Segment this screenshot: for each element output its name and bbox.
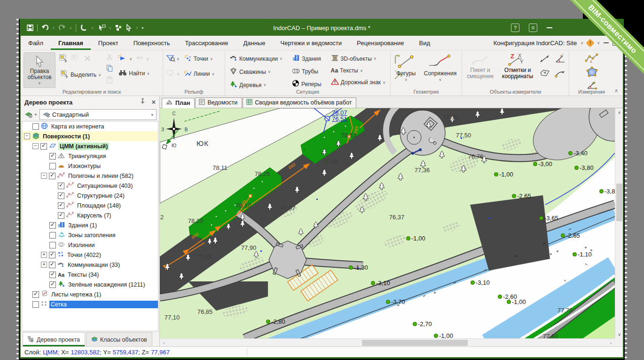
checkbox[interactable] (49, 153, 56, 160)
collapse-toggle[interactable] (41, 173, 47, 179)
cursor-tool-caret[interactable]: ∨ (109, 26, 112, 30)
tree-item-texts[interactable]: Аа Тексты (34) (22, 270, 158, 280)
vertical-scrollbar[interactable]: ∧ ∨ (615, 108, 623, 338)
checkbox[interactable] (49, 281, 56, 288)
doc-tab-plan[interactable]: План (162, 98, 195, 108)
tab-file[interactable]: Файл (21, 36, 51, 50)
close-panel-icon[interactable]: × (152, 98, 156, 106)
tree-item-triangulation[interactable]: Триангуляция (22, 151, 158, 161)
tree-item-greenery[interactable]: Зелёные насаждения (1211) (22, 280, 158, 289)
tree-item-isocontours[interactable]: Изоконтуры (22, 161, 158, 171)
pipes-button[interactable]: Трубы (291, 66, 323, 76)
filter-search-caret[interactable]: ∨ (177, 57, 180, 61)
expand-toggle[interactable] (41, 252, 47, 258)
magic-select-caret[interactable]: ∨ (129, 57, 132, 61)
select-arrow-caret[interactable]: ∨ (135, 26, 138, 30)
ribbon-collapse-chevron[interactable]: ∧ (614, 88, 618, 94)
edit-objects-button[interactable]: Правка объектов∨ (24, 52, 55, 88)
checkbox[interactable] (32, 291, 39, 298)
tree-item-situational[interactable]: Ситуационные (403) (22, 181, 158, 191)
tree-preset-combobox[interactable]: Стандартный ▾ (39, 109, 157, 120)
checkbox[interactable] (32, 123, 39, 130)
checkbox[interactable] (49, 173, 55, 179)
checkbox[interactable] (58, 202, 64, 209)
focus-mode-button[interactable] (529, 24, 537, 32)
buildings-button[interactable]: Здания (291, 53, 323, 64)
warning-caret[interactable]: ∨ (597, 41, 600, 45)
collapse-toggle[interactable] (32, 143, 39, 149)
horizontal-scroll-thumb[interactable] (362, 340, 468, 346)
tree-item-communications[interactable]: Коммуникации (33) (22, 260, 158, 270)
configuration-caret[interactable]: ∨ (581, 41, 583, 45)
texts-button[interactable]: АаТексты∨ (330, 66, 387, 75)
tree-item-sites[interactable]: Площадки (148) (22, 200, 158, 210)
tree-item-flood-zones[interactable]: Зоны затопления (22, 230, 158, 240)
snap-caret[interactable]: ∨ (91, 26, 94, 30)
area-view-icon[interactable] (540, 69, 550, 79)
lines-button[interactable]: Линии∨ (182, 68, 216, 80)
collapse-toggle[interactable] (24, 133, 30, 139)
checkbox[interactable] (58, 183, 64, 189)
checkbox[interactable] (58, 192, 64, 199)
save-icon[interactable] (26, 24, 34, 32)
tab-project[interactable]: Проект (91, 36, 126, 50)
conjugations-button[interactable]: Сопряжения ∨ (424, 53, 456, 82)
qat-more-caret[interactable]: ▾ (141, 26, 143, 30)
find-button[interactable]: Найти∨ (117, 68, 151, 79)
undo-caret[interactable]: ∨ (52, 26, 55, 30)
objects-grid-icon[interactable] (115, 24, 122, 32)
figures-button[interactable]: Фигуры ∨ (396, 53, 416, 82)
copy-icon[interactable] (106, 64, 113, 74)
checkbox[interactable] (49, 252, 55, 258)
communications-button[interactable]: Коммуникации∨ (228, 53, 284, 64)
tree-item-structural[interactable]: Структурные (24) (22, 191, 158, 200)
filter-search-icon[interactable] (166, 54, 175, 64)
checkbox[interactable] (32, 301, 39, 308)
tab-home[interactable]: Главная (51, 36, 91, 50)
help-button[interactable]: ? (511, 24, 519, 32)
horizontal-scrollbar[interactable]: ‹ › (160, 338, 615, 346)
tree-item-buildings[interactable]: Здания (1) (22, 220, 158, 230)
pin-icon[interactable] (140, 98, 145, 106)
select-button[interactable]: Выделить∨ (59, 69, 102, 80)
tree-item-carousel[interactable]: Карусель (7) (22, 210, 158, 220)
tree-item-polygons-lines[interactable]: Полигоны и линии (582) (22, 171, 158, 181)
map-canvas[interactable]: ↓↓↓ (160, 108, 615, 338)
checkbox[interactable] (49, 262, 55, 268)
tree-item-internet-map[interactable]: Карта из интернета (22, 121, 158, 131)
configuration-label[interactable]: Конфигурация IndorCAD: Site (494, 40, 577, 47)
select-marquee-icon[interactable] (59, 54, 68, 64)
checkbox[interactable] (49, 222, 56, 229)
vertical-scroll-thumb[interactable] (616, 184, 622, 221)
distance-measure-icon[interactable] (540, 54, 550, 65)
bottom-tab-object-classes[interactable]: Классы объектов (86, 332, 152, 346)
layer-visibility-button[interactable]: ▾ (24, 110, 38, 120)
arc-measure-icon[interactable] (555, 69, 566, 80)
area-measure-icon[interactable]: S (585, 66, 598, 80)
wells-button[interactable]: Скважины∨ (228, 66, 284, 77)
cursor-tool-icon[interactable] (97, 24, 106, 32)
scroll-up-arrow[interactable]: ∧ (615, 108, 623, 116)
checkbox[interactable] (58, 212, 64, 219)
tab-data[interactable]: Данные (236, 36, 273, 50)
doc-tab-reports[interactable]: Ведомости (195, 97, 242, 108)
points-button[interactable]: Точки∨ (182, 53, 216, 64)
tree-item-isolines[interactable]: Изолинии (22, 240, 158, 250)
checkbox[interactable] (49, 242, 56, 248)
scroll-left-arrow[interactable]: ‹ (160, 339, 168, 347)
scroll-right-arrow[interactable]: › (607, 339, 615, 347)
checkbox[interactable] (49, 272, 56, 278)
tree-item-drawing-sheets[interactable]: Листы чертежа (1) (22, 289, 158, 299)
checkbox[interactable] (49, 163, 56, 169)
tab-tracing[interactable]: Трассирование (177, 36, 236, 50)
length-measure-icon[interactable]: L (585, 53, 599, 65)
doc-tab-volumes-summary[interactable]: Сводная ведомость объёмов работ (243, 97, 356, 108)
tab-review[interactable]: Рецензирование (349, 36, 411, 50)
checkbox[interactable] (40, 143, 47, 150)
angle-measure-icon[interactable]: α° (555, 54, 566, 65)
select-arrow-icon[interactable] (126, 24, 132, 32)
minimize-button[interactable] (547, 27, 552, 28)
tree-item-points[interactable]: Точки (4022) (22, 250, 158, 260)
tab-view[interactable]: Вид (411, 36, 438, 50)
roadsign-button[interactable]: Дорожный знак∨ (330, 77, 387, 88)
